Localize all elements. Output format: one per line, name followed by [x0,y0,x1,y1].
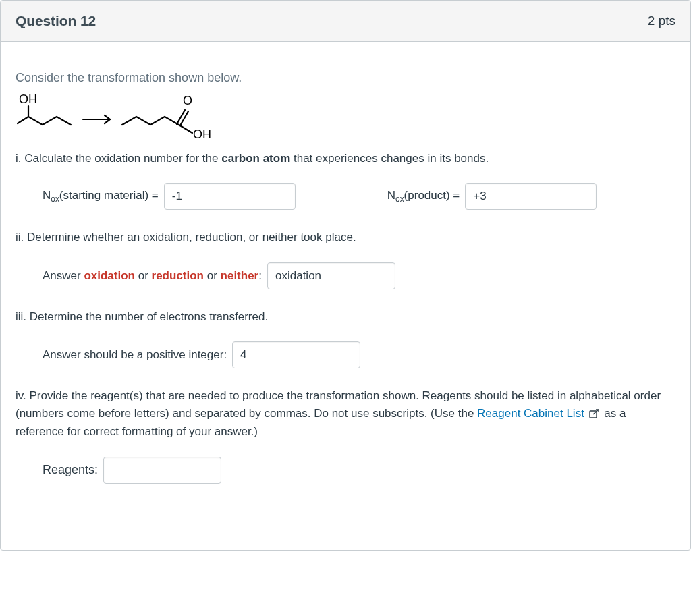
reagent-cabinet-link[interactable]: Reagent Cabinet List [477,407,584,420]
part-i-suffix: that experiences changes in its bonds. [290,152,489,165]
intro-text: Consider the transformation shown below. [16,69,675,87]
nox-row: Nox(starting material) = Nox(product) = [43,183,675,210]
part-ii-label: Answer oxidation or reduction or neither… [43,267,262,285]
question-title: Question 12 [16,10,96,32]
question-card: Question 12 2 pts Consider the transform… [0,0,691,551]
part-i-emph: carbon atom [221,152,290,165]
o-label-product: O [183,94,192,107]
reagents-label: Reagents: [43,461,98,479]
oxred-input[interactable] [267,262,395,289]
part-ii-answer-row: Answer oxidation or reduction or neither… [43,262,675,289]
svg-line-6 [593,410,599,414]
electrons-input[interactable] [232,341,360,368]
part-iv-answer-row: Reagents: [43,457,675,484]
question-body: Consider the transformation shown below.… [1,42,690,550]
reagents-input[interactable] [103,457,221,484]
svg-line-2 [177,110,185,124]
reaction-scheme-svg: OH O OH [16,91,225,138]
question-header: Question 12 2 pts [1,1,690,42]
nox-start-label: Nox(starting material) = [43,187,159,206]
svg-line-4 [179,125,192,133]
question-points: 2 pts [648,11,675,31]
reaction-scheme: OH O OH [16,91,675,143]
part-iv-text: iv. Provide the reagent(s) that are need… [16,387,675,441]
part-i-prefix: i. Calculate the oxidation number for th… [16,152,221,165]
nox-prod-input[interactable] [465,183,597,210]
part-i-text: i. Calculate the oxidation number for th… [16,150,675,167]
part-iii-answer-row: Answer should be a positive integer: [43,341,675,368]
oh-label-start: OH [19,92,37,106]
part-iii-text: iii. Determine the number of electrons t… [16,308,675,326]
part-iii-label: Answer should be a positive integer: [43,346,227,364]
svg-line-3 [180,111,188,125]
external-link-icon [589,406,600,424]
nox-prod-label: Nox(product) = [387,187,460,206]
part-ii-text: ii. Determine whether an oxidation, redu… [16,229,675,246]
nox-start-input[interactable] [164,183,296,210]
oh-label-product: OH [193,128,211,138]
